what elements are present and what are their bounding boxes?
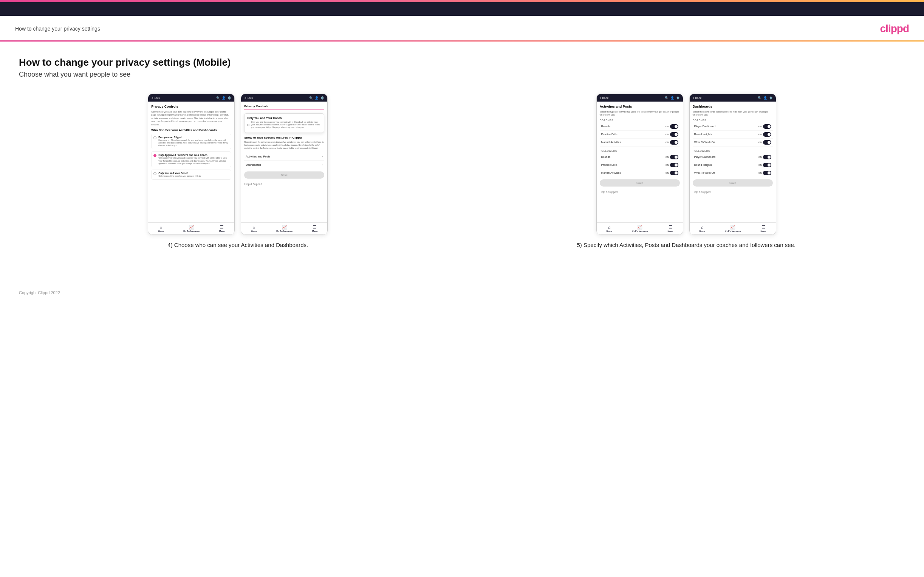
toggle-s4-followers-player-switch[interactable] bbox=[763, 155, 771, 160]
search-icon-2[interactable]: 🔍 bbox=[309, 96, 313, 100]
toggle-s4-followers-round-insights-switch[interactable] bbox=[763, 163, 771, 167]
screen3-mockup: < Back 🔍 👤 ⚙️ Activities and Posts Selec… bbox=[596, 93, 683, 235]
nav-performance-1[interactable]: 📈 My Performance bbox=[183, 225, 200, 232]
person-icon[interactable]: 👤 bbox=[222, 96, 226, 100]
home-icon-4: ⌂ bbox=[701, 225, 704, 230]
save-button-4[interactable]: Save bbox=[693, 179, 773, 187]
nav-performance-2[interactable]: 📈 My Performance bbox=[276, 225, 292, 232]
performance-label-3: My Performance bbox=[632, 230, 648, 232]
person-icon-3[interactable]: 👤 bbox=[670, 96, 674, 100]
nav-menu-4[interactable]: ☰ Menu bbox=[760, 225, 766, 232]
s4-coaches-player-label: Player Dashboard bbox=[694, 125, 716, 127]
popup-desc: Only you and the coaches you connect wit… bbox=[251, 121, 321, 129]
radio-everyone[interactable]: Everyone on Clippd Everyone on Clippd ca… bbox=[151, 134, 231, 149]
settings-icon-4[interactable]: ⚙️ bbox=[769, 96, 773, 100]
search-icon[interactable]: 🔍 bbox=[216, 96, 220, 100]
toggle-coaches-rounds[interactable]: Rounds ON bbox=[600, 123, 680, 131]
toggle-coaches-drills-switch[interactable] bbox=[670, 132, 678, 137]
s4-coaches-round-insights-label: Round Insights bbox=[694, 133, 712, 135]
nav-menu-3[interactable]: ☰ Menu bbox=[667, 225, 673, 232]
toggle-s4-followers-round-insights[interactable]: Round Insights ON bbox=[693, 161, 773, 169]
person-icon-4[interactable]: 👤 bbox=[763, 96, 767, 100]
nav-home-1[interactable]: ⌂ Home bbox=[158, 225, 164, 232]
screen4-back[interactable]: < Back bbox=[693, 96, 701, 100]
toggle-followers-drills-switch[interactable] bbox=[670, 163, 678, 167]
settings-icon-2[interactable]: ⚙️ bbox=[320, 96, 324, 100]
left-content-group: < Back 🔍 👤 ⚙️ Privacy Controls Control h… bbox=[19, 93, 457, 249]
toggle-s4-coaches-what-switch[interactable] bbox=[763, 140, 771, 145]
search-icon-4[interactable]: 🔍 bbox=[758, 96, 761, 100]
save-button-2[interactable]: Save bbox=[244, 171, 324, 179]
toggle-s4-coaches-round-insights[interactable]: Round Insights ON bbox=[693, 131, 773, 139]
toggle-followers-drills[interactable]: Practice Drills ON bbox=[600, 161, 680, 169]
screen2-back[interactable]: < Back bbox=[244, 96, 253, 100]
settings-icon-3[interactable]: ⚙️ bbox=[676, 96, 680, 100]
right-content-group: < Back 🔍 👤 ⚙️ Activities and Posts Selec… bbox=[467, 93, 906, 249]
radio-only-you[interactable]: Only You and Your Coach Only you and the… bbox=[151, 169, 231, 180]
menu-label-3: Menu bbox=[667, 230, 673, 232]
coaches-manual-label: Manual Activities bbox=[601, 141, 621, 143]
menu-label-1: Menu bbox=[219, 230, 225, 232]
s4-followers-player-label: Player Dashboard bbox=[694, 156, 716, 158]
toggle-followers-manual-switch[interactable] bbox=[670, 171, 678, 175]
save-button-3[interactable]: Save bbox=[600, 179, 680, 187]
menu-dashboards[interactable]: Dashboards › bbox=[244, 161, 324, 169]
home-icon-3: ⌂ bbox=[608, 225, 611, 230]
nav-home-3[interactable]: ⌂ Home bbox=[607, 225, 612, 232]
followers-rounds-label: Rounds bbox=[601, 156, 610, 158]
toggle-coaches-drills[interactable]: Practice Drills ON bbox=[600, 131, 680, 139]
home-icon-1: ⌂ bbox=[160, 225, 162, 230]
followers-heading: FOLLOWERS bbox=[600, 150, 680, 152]
screen2-tab[interactable]: Privacy Controls bbox=[244, 105, 268, 110]
nav-performance-4[interactable]: 📈 My Performance bbox=[725, 225, 741, 232]
page-title: How to change your privacy settings (Mob… bbox=[19, 56, 905, 68]
radio-label-2: Only Approved Followers and Your Coach bbox=[158, 154, 229, 156]
toggle-coaches-manual[interactable]: Manual Activities ON bbox=[600, 139, 680, 147]
person-icon-2[interactable]: 👤 bbox=[315, 96, 318, 100]
radio-circle-2 bbox=[153, 154, 157, 157]
nav-home-4[interactable]: ⌂ Home bbox=[699, 225, 705, 232]
toggle-s4-followers-what-to-work[interactable]: What To Work On ON bbox=[693, 169, 773, 177]
screen3-desc: Select the types of activity that you'd … bbox=[600, 110, 680, 117]
nav-home-2[interactable]: ⌂ Home bbox=[251, 225, 257, 232]
radio-circle-1 bbox=[153, 136, 157, 139]
page-footer: Copyright Clippd 2022 bbox=[0, 283, 924, 303]
home-label-4: Home bbox=[699, 230, 705, 232]
search-icon-3[interactable]: 🔍 bbox=[665, 96, 669, 100]
popup-card: Only You and Your Coach Only you and the… bbox=[244, 113, 324, 133]
toggle-followers-rounds-switch[interactable] bbox=[670, 155, 678, 160]
nav-performance-3[interactable]: 📈 My Performance bbox=[632, 225, 648, 232]
radio-option-2-text: Only Approved Followers and Your Coach O… bbox=[158, 154, 229, 164]
radio-label-1: Everyone on Clippd bbox=[158, 136, 229, 139]
screen2-tab-bar: Privacy Controls bbox=[244, 105, 324, 110]
menu-activities[interactable]: Activities and Posts › bbox=[244, 153, 324, 161]
screen3-nav: < Back 🔍 👤 ⚙️ bbox=[597, 94, 683, 102]
toggle-s4-coaches-player-switch[interactable] bbox=[763, 124, 771, 129]
radio-circle-3 bbox=[153, 172, 157, 175]
radio-approved[interactable]: Only Approved Followers and Your Coach O… bbox=[151, 152, 231, 167]
menu-icon-3: ☰ bbox=[669, 225, 672, 230]
settings-icon[interactable]: ⚙️ bbox=[228, 96, 231, 100]
toggle-s4-followers-what-switch[interactable] bbox=[763, 171, 771, 175]
main-content: How to change your privacy settings (Mob… bbox=[0, 42, 924, 283]
nav-menu-2[interactable]: ☰ Menu bbox=[312, 225, 317, 232]
screen4-desc: Select the dashboards that you'd like to… bbox=[693, 110, 773, 117]
screen1-back[interactable]: < Back bbox=[151, 96, 160, 100]
toggle-coaches-rounds-switch[interactable] bbox=[670, 124, 678, 129]
screen3-title: Activities and Posts bbox=[600, 105, 680, 108]
toggle-s4-followers-player[interactable]: Player Dashboard ON bbox=[693, 153, 773, 161]
help-support-2: Help & Support bbox=[244, 181, 324, 187]
toggle-s4-coaches-round-insights-switch[interactable] bbox=[763, 132, 771, 137]
nav-menu-1[interactable]: ☰ Menu bbox=[219, 225, 225, 232]
toggle-coaches-manual-switch[interactable] bbox=[670, 140, 678, 145]
toggle-s4-coaches-player[interactable]: Player Dashboard ON bbox=[693, 123, 773, 131]
toggle-followers-rounds[interactable]: Rounds ON bbox=[600, 153, 680, 161]
toggle-followers-manual[interactable]: Manual Activities ON bbox=[600, 169, 680, 177]
screen3-back[interactable]: < Back bbox=[600, 96, 609, 100]
menu-label-2: Menu bbox=[312, 230, 317, 232]
screen4-nav-icons: 🔍 👤 ⚙️ bbox=[758, 96, 773, 100]
help-support-4: Help & Support bbox=[693, 189, 773, 195]
home-icon-2: ⌂ bbox=[252, 225, 255, 230]
toggle-s4-coaches-what-to-work[interactable]: What To Work On ON bbox=[693, 139, 773, 147]
screen4-followers-heading: FOLLOWERS bbox=[693, 150, 773, 152]
